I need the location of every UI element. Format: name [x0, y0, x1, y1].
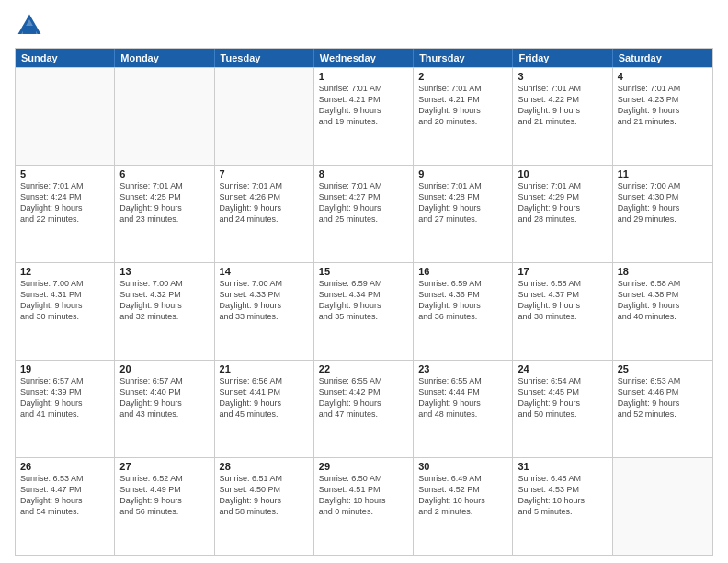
- week-row-2: 5Sunrise: 7:01 AM Sunset: 4:24 PM Daylig…: [16, 165, 712, 262]
- day-number: 17: [518, 266, 607, 277]
- day-cell-22: 22Sunrise: 6:55 AM Sunset: 4:42 PM Dayli…: [314, 361, 414, 457]
- day-info: Sunrise: 7:01 AM Sunset: 4:25 PM Dayligh…: [119, 180, 209, 225]
- day-info: Sunrise: 7:00 AM Sunset: 4:30 PM Dayligh…: [618, 180, 708, 225]
- weekday-header-monday: Monday: [115, 49, 214, 67]
- day-number: 20: [119, 363, 209, 374]
- day-cell-13: 13Sunrise: 7:00 AM Sunset: 4:32 PM Dayli…: [115, 263, 214, 360]
- day-number: 6: [119, 168, 209, 179]
- day-info: Sunrise: 6:59 AM Sunset: 4:36 PM Dayligh…: [418, 278, 507, 323]
- day-cell-28: 28Sunrise: 6:51 AM Sunset: 4:50 PM Dayli…: [215, 458, 314, 555]
- day-info: Sunrise: 7:00 AM Sunset: 4:33 PM Dayligh…: [220, 278, 309, 323]
- day-info: Sunrise: 6:54 AM Sunset: 4:45 PM Dayligh…: [518, 375, 607, 420]
- day-cell-15: 15Sunrise: 6:59 AM Sunset: 4:34 PM Dayli…: [314, 263, 414, 360]
- day-info: Sunrise: 6:55 AM Sunset: 4:42 PM Dayligh…: [319, 375, 408, 420]
- day-cell-empty: [215, 68, 314, 165]
- day-number: 11: [618, 168, 708, 179]
- day-info: Sunrise: 7:01 AM Sunset: 4:24 PM Dayligh…: [20, 180, 109, 225]
- day-cell-23: 23Sunrise: 6:55 AM Sunset: 4:44 PM Dayli…: [414, 361, 513, 457]
- logo: [15, 11, 48, 40]
- day-cell-25: 25Sunrise: 6:53 AM Sunset: 4:46 PM Dayli…: [613, 361, 712, 457]
- day-cell-2: 2Sunrise: 7:01 AM Sunset: 4:21 PM Daylig…: [414, 68, 513, 165]
- week-row-4: 19Sunrise: 6:57 AM Sunset: 4:39 PM Dayli…: [16, 360, 712, 457]
- day-cell-27: 27Sunrise: 6:52 AM Sunset: 4:49 PM Dayli…: [115, 458, 214, 555]
- day-cell-16: 16Sunrise: 6:59 AM Sunset: 4:36 PM Dayli…: [414, 263, 513, 360]
- day-cell-8: 8Sunrise: 7:01 AM Sunset: 4:27 PM Daylig…: [314, 166, 414, 262]
- logo-icon: [15, 11, 44, 40]
- day-number: 1: [319, 71, 408, 82]
- day-number: 28: [220, 461, 309, 472]
- day-number: 22: [319, 363, 408, 374]
- day-cell-14: 14Sunrise: 7:00 AM Sunset: 4:33 PM Dayli…: [215, 263, 314, 360]
- day-info: Sunrise: 7:01 AM Sunset: 4:23 PM Dayligh…: [618, 83, 708, 128]
- week-row-5: 26Sunrise: 6:53 AM Sunset: 4:47 PM Dayli…: [16, 457, 712, 555]
- day-info: Sunrise: 6:58 AM Sunset: 4:37 PM Dayligh…: [518, 278, 607, 323]
- day-number: 3: [518, 71, 607, 82]
- day-info: Sunrise: 6:56 AM Sunset: 4:41 PM Dayligh…: [220, 375, 309, 420]
- day-number: 2: [418, 71, 507, 82]
- day-cell-7: 7Sunrise: 7:01 AM Sunset: 4:26 PM Daylig…: [215, 166, 314, 262]
- day-number: 15: [319, 266, 408, 277]
- day-cell-3: 3Sunrise: 7:01 AM Sunset: 4:22 PM Daylig…: [513, 68, 612, 165]
- day-cell-11: 11Sunrise: 7:00 AM Sunset: 4:30 PM Dayli…: [613, 166, 712, 262]
- day-info: Sunrise: 6:52 AM Sunset: 4:49 PM Dayligh…: [119, 473, 209, 518]
- day-info: Sunrise: 7:01 AM Sunset: 4:29 PM Dayligh…: [518, 180, 607, 225]
- day-cell-24: 24Sunrise: 6:54 AM Sunset: 4:45 PM Dayli…: [513, 361, 612, 457]
- week-row-1: 1Sunrise: 7:01 AM Sunset: 4:21 PM Daylig…: [16, 67, 712, 165]
- day-number: 26: [20, 461, 109, 472]
- day-number: 30: [418, 461, 507, 472]
- day-info: Sunrise: 7:01 AM Sunset: 4:21 PM Dayligh…: [319, 83, 408, 128]
- day-cell-empty: [115, 68, 214, 165]
- page: SundayMondayTuesdayWednesdayThursdayFrid…: [0, 0, 728, 563]
- day-info: Sunrise: 6:50 AM Sunset: 4:51 PM Dayligh…: [319, 473, 408, 518]
- day-number: 8: [319, 168, 408, 179]
- week-row-3: 12Sunrise: 7:00 AM Sunset: 4:31 PM Dayli…: [16, 262, 712, 360]
- day-info: Sunrise: 7:01 AM Sunset: 4:22 PM Dayligh…: [518, 83, 607, 128]
- day-number: 7: [220, 168, 309, 179]
- day-info: Sunrise: 7:00 AM Sunset: 4:32 PM Dayligh…: [119, 278, 209, 323]
- weekday-header-friday: Friday: [513, 49, 612, 67]
- day-cell-20: 20Sunrise: 6:57 AM Sunset: 4:40 PM Dayli…: [115, 361, 214, 457]
- day-info: Sunrise: 7:01 AM Sunset: 4:28 PM Dayligh…: [418, 180, 507, 225]
- day-number: 27: [119, 461, 209, 472]
- day-info: Sunrise: 6:49 AM Sunset: 4:52 PM Dayligh…: [418, 473, 507, 518]
- day-cell-9: 9Sunrise: 7:01 AM Sunset: 4:28 PM Daylig…: [414, 166, 513, 262]
- day-info: Sunrise: 7:01 AM Sunset: 4:26 PM Dayligh…: [220, 180, 309, 225]
- weekday-header-saturday: Saturday: [613, 49, 712, 67]
- day-number: 14: [220, 266, 309, 277]
- weekday-header-thursday: Thursday: [414, 49, 513, 67]
- day-number: 12: [20, 266, 109, 277]
- day-cell-1: 1Sunrise: 7:01 AM Sunset: 4:21 PM Daylig…: [314, 68, 414, 165]
- day-info: Sunrise: 6:57 AM Sunset: 4:40 PM Dayligh…: [119, 375, 209, 420]
- day-number: 19: [20, 363, 109, 374]
- day-cell-30: 30Sunrise: 6:49 AM Sunset: 4:52 PM Dayli…: [414, 458, 513, 555]
- day-cell-empty: [613, 458, 712, 555]
- day-number: 31: [518, 461, 607, 472]
- svg-rect-2: [23, 26, 36, 34]
- day-cell-10: 10Sunrise: 7:01 AM Sunset: 4:29 PM Dayli…: [513, 166, 612, 262]
- day-info: Sunrise: 6:59 AM Sunset: 4:34 PM Dayligh…: [319, 278, 408, 323]
- calendar-body: 1Sunrise: 7:01 AM Sunset: 4:21 PM Daylig…: [16, 67, 712, 555]
- day-info: Sunrise: 6:53 AM Sunset: 4:47 PM Dayligh…: [20, 473, 109, 518]
- day-number: 16: [418, 266, 507, 277]
- day-cell-12: 12Sunrise: 7:00 AM Sunset: 4:31 PM Dayli…: [16, 263, 115, 360]
- day-cell-4: 4Sunrise: 7:01 AM Sunset: 4:23 PM Daylig…: [613, 68, 712, 165]
- weekday-header-wednesday: Wednesday: [314, 49, 414, 67]
- weekday-header-tuesday: Tuesday: [215, 49, 314, 67]
- header: [15, 11, 713, 40]
- day-cell-31: 31Sunrise: 6:48 AM Sunset: 4:53 PM Dayli…: [513, 458, 612, 555]
- day-number: 24: [518, 363, 607, 374]
- calendar-header: SundayMondayTuesdayWednesdayThursdayFrid…: [16, 49, 712, 67]
- day-cell-17: 17Sunrise: 6:58 AM Sunset: 4:37 PM Dayli…: [513, 263, 612, 360]
- day-info: Sunrise: 6:55 AM Sunset: 4:44 PM Dayligh…: [418, 375, 507, 420]
- day-number: 23: [418, 363, 507, 374]
- day-info: Sunrise: 7:01 AM Sunset: 4:27 PM Dayligh…: [319, 180, 408, 225]
- day-info: Sunrise: 7:00 AM Sunset: 4:31 PM Dayligh…: [20, 278, 109, 323]
- day-number: 10: [518, 168, 607, 179]
- day-number: 13: [119, 266, 209, 277]
- day-number: 29: [319, 461, 408, 472]
- day-cell-5: 5Sunrise: 7:01 AM Sunset: 4:24 PM Daylig…: [16, 166, 115, 262]
- day-cell-26: 26Sunrise: 6:53 AM Sunset: 4:47 PM Dayli…: [16, 458, 115, 555]
- day-cell-19: 19Sunrise: 6:57 AM Sunset: 4:39 PM Dayli…: [16, 361, 115, 457]
- day-number: 5: [20, 168, 109, 179]
- day-number: 4: [618, 71, 708, 82]
